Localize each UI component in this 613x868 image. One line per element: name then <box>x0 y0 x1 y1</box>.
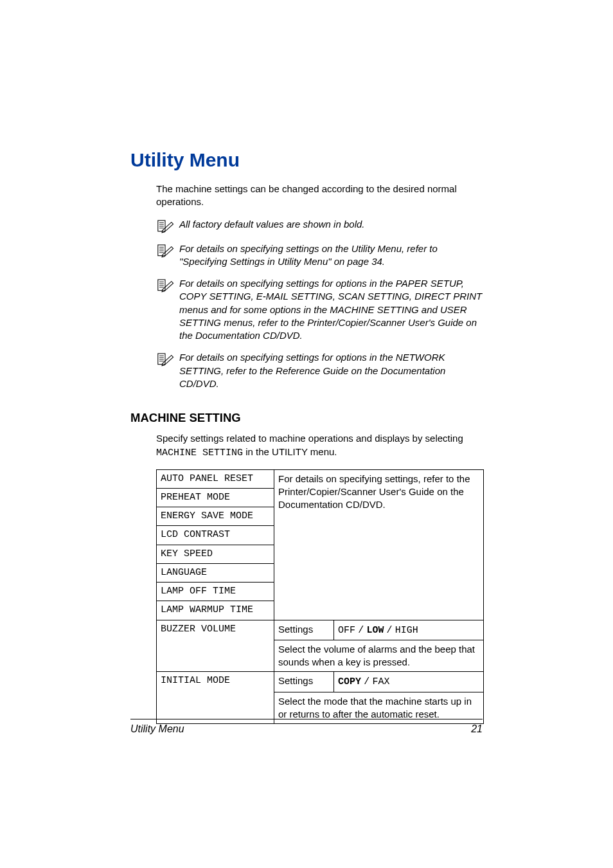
setting-name: LANGUAGE <box>157 563 274 582</box>
settings-table: AUTO PANEL RESET For details on specifyi… <box>156 469 484 725</box>
setting-name: ENERGY SAVE MODE <box>157 507 274 526</box>
page-footer: Utility Menu 21 <box>0 719 613 735</box>
table-row: AUTO PANEL RESET For details on specifyi… <box>157 469 484 488</box>
setting-name: LCD CONTRAST <box>157 526 274 545</box>
setting-name: INITIAL MODE <box>157 672 274 724</box>
section-title: MACHINE SETTING <box>130 411 483 425</box>
footer-left: Utility Menu <box>130 723 184 735</box>
settings-label: Settings <box>274 620 334 640</box>
setting-desc: Select the volume of alarms and the beep… <box>274 640 484 672</box>
table-row: INITIAL MODE Settings COPY / FAX <box>157 672 484 692</box>
note-icon <box>156 244 174 258</box>
section-intro-a: Specify settings related to machine oper… <box>156 433 463 444</box>
svg-rect-5 <box>158 244 165 255</box>
option-default: COPY <box>338 676 361 687</box>
footer-rule <box>130 719 483 719</box>
note-text: For details on specifying settings for o… <box>179 277 483 342</box>
option-sep: / <box>387 625 393 636</box>
note-row: For details on specifying settings on th… <box>156 242 483 269</box>
table-row: BUZZER VOLUME Settings OFF / LOW / HIGH <box>157 620 484 640</box>
option: OFF <box>338 625 355 636</box>
section-intro-mono: MACHINE SETTING <box>156 448 243 458</box>
note-icon <box>156 219 174 233</box>
svg-rect-15 <box>158 354 165 365</box>
setting-name: AUTO PANEL RESET <box>157 469 274 488</box>
note-text: All factory default values are shown in … <box>179 218 483 231</box>
option-default: LOW <box>366 625 384 636</box>
note-text: For details on specifying settings on th… <box>179 242 483 269</box>
setting-desc: For details on specifying settings, refe… <box>274 469 484 620</box>
settings-label: Settings <box>274 672 334 692</box>
option-sep: / <box>358 625 364 636</box>
setting-options: COPY / FAX <box>334 672 484 692</box>
page-content: Utility Menu The machine settings can be… <box>0 0 613 724</box>
setting-name: KEY SPEED <box>157 545 274 563</box>
option-sep: / <box>364 676 369 687</box>
note-row: For details on specifying settings for o… <box>156 277 483 342</box>
note-icon <box>156 352 174 366</box>
setting-name: LAMP WARMUP TIME <box>157 601 274 620</box>
option: HIGH <box>395 625 418 636</box>
footer-page-number: 21 <box>471 723 483 735</box>
page-title: Utility Menu <box>130 149 483 171</box>
option: FAX <box>372 676 389 687</box>
note-row: For details on specifying settings for o… <box>156 351 483 390</box>
setting-name: BUZZER VOLUME <box>157 620 274 672</box>
section-intro: Specify settings related to machine oper… <box>156 431 483 460</box>
note-text: For details on specifying settings for o… <box>179 351 483 390</box>
note-row: All factory default values are shown in … <box>156 218 483 233</box>
section-intro-b: in the UTILITY menu. <box>245 446 337 457</box>
note-icon <box>156 278 174 293</box>
intro-paragraph: The machine settings can be changed acco… <box>156 183 483 209</box>
setting-name: PREHEAT MODE <box>157 488 274 507</box>
setting-name: LAMP OFF TIME <box>157 583 274 601</box>
svg-rect-0 <box>158 220 165 231</box>
svg-rect-10 <box>158 280 165 291</box>
setting-options: OFF / LOW / HIGH <box>334 620 484 640</box>
